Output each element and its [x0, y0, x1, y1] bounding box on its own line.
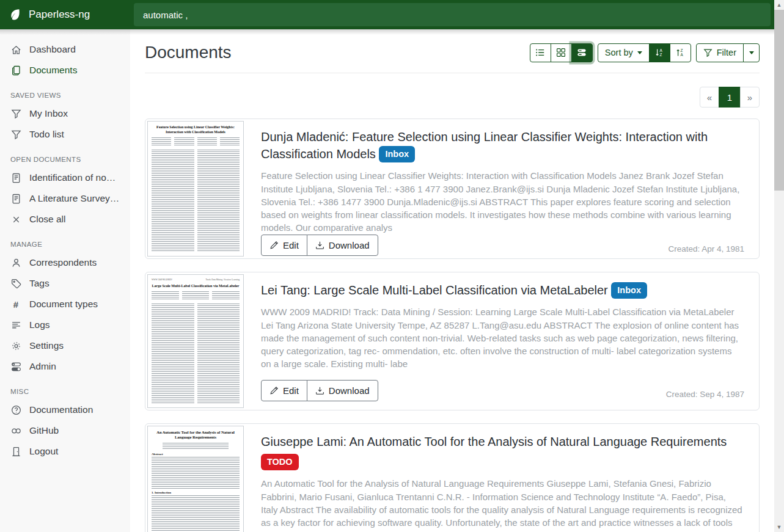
document-list: Feature Selection using Linear Classifie… — [145, 118, 760, 532]
thumb-intro-label: 1. Introduction — [152, 491, 240, 494]
view-toggle-group — [530, 43, 593, 62]
document-title[interactable]: Lei Tang: Large Scale Multi-Label Classi… — [261, 282, 744, 300]
filter-funnel-icon — [10, 108, 21, 119]
question-circle-icon — [10, 404, 21, 415]
text-lines-icon — [10, 319, 21, 330]
document-title[interactable]: Dunja Mladenić: Feature Selection using … — [261, 128, 744, 164]
sidebar-item-admin[interactable]: Admin — [0, 356, 130, 377]
pagination-page-1[interactable]: 1 — [719, 87, 741, 107]
pagination-next[interactable]: » — [740, 87, 760, 107]
sidebar-item-label: Todo list — [29, 129, 64, 140]
sidebar-item-label: Tags — [29, 278, 49, 289]
link-icon — [10, 425, 21, 436]
top-navbar — [130, 0, 774, 29]
sidebar-item-label: Close all — [29, 214, 65, 225]
document-thumbnail[interactable]: Feature Selection using Linear Classifie… — [145, 119, 246, 258]
svg-text:Z: Z — [660, 53, 662, 57]
sort-descending-button[interactable]: ZA — [670, 43, 691, 62]
page-title: Documents — [145, 43, 232, 62]
sidebar-item-label: Correspondents — [29, 257, 97, 268]
gear-icon — [10, 340, 21, 351]
document-card: An Automatic Tool for the Analysis of Na… — [145, 423, 760, 532]
filter-group: Filter — [696, 43, 760, 62]
sidebar-item-label: Document types — [29, 299, 98, 310]
thumb-title: Feature Selection using Linear Classifie… — [152, 125, 240, 135]
download-icon — [315, 386, 324, 395]
document-thumbnail[interactable]: WWW 2009 MADRID!Track: Data Mining / Ses… — [145, 272, 246, 410]
document-thumbnail[interactable]: An Automatic Tool for the Analysis of Na… — [145, 424, 246, 532]
sidebar-close-all[interactable]: Close all — [0, 209, 130, 230]
edit-button[interactable]: Edit — [261, 235, 307, 256]
sidebar-item-logout[interactable]: Logout — [0, 441, 130, 462]
sidebar-item-todo-list[interactable]: Todo list — [0, 124, 130, 145]
section-misc: MISC — [0, 377, 130, 399]
svg-text:A: A — [681, 53, 684, 57]
card-actions: Edit Download — [261, 235, 378, 256]
sidebar-item-label: Documents — [29, 65, 77, 76]
filter-button[interactable]: Filter — [696, 43, 744, 62]
app-brand[interactable]: Paperless-ng — [0, 0, 130, 29]
sidebar-nav: Dashboard Documents SAVED VIEWS My Inbox… — [0, 29, 130, 462]
sidebar-item-settings[interactable]: Settings — [0, 335, 130, 356]
documents-icon — [10, 65, 21, 76]
thumb-title: Large Scale Multi-Label Classification v… — [152, 284, 240, 289]
scrollbar-up-arrow[interactable]: ▲ — [774, 0, 784, 10]
thumb-abstract-label: Abstract — [152, 453, 240, 456]
pencil-icon — [269, 386, 279, 395]
view-details-button[interactable] — [571, 43, 593, 62]
scrollbar-thumb[interactable] — [774, 10, 784, 191]
door-icon — [10, 446, 21, 457]
sidebar-item-correspondents[interactable]: Correspondents — [0, 252, 130, 273]
sidebar-item-github[interactable]: GitHub — [0, 420, 130, 441]
sidebar-item-logs[interactable]: Logs — [0, 315, 130, 335]
filter-dropdown-toggle[interactable] — [743, 43, 760, 62]
sidebar-item-document-types[interactable]: # Document types — [0, 294, 130, 315]
sidebar-item-tags[interactable]: Tags — [0, 273, 130, 294]
thumb-title: An Automatic Tool for the Analysis of Na… — [152, 430, 240, 440]
tag-badge-todo[interactable]: TODO — [261, 454, 299, 470]
person-icon — [10, 257, 21, 268]
main-content: Documents Sort by AZ — [130, 29, 774, 532]
search-input[interactable] — [134, 3, 771, 26]
sidebar-item-label: Logout — [29, 446, 58, 457]
svg-text:A: A — [660, 48, 663, 53]
sidebar-item-my-inbox[interactable]: My Inbox — [0, 103, 130, 124]
filter-funnel-icon — [10, 129, 21, 140]
sidebar-item-label: My Inbox — [29, 108, 68, 119]
sort-by-dropdown[interactable]: Sort by — [598, 43, 650, 62]
section-open-documents: OPEN DOCUMENTS — [0, 145, 130, 167]
sidebar-item-label: Dashboard — [29, 44, 76, 55]
sidebar-open-doc-1[interactable]: Identification of non-fu... — [0, 167, 130, 188]
brand-label: Paperless-ng — [29, 9, 90, 21]
sidebar-item-label: GitHub — [29, 425, 59, 436]
view-list-button[interactable] — [530, 43, 551, 62]
hash-icon: # — [10, 299, 21, 310]
title-divider — [145, 73, 760, 73]
sidebar-item-documentation[interactable]: Documentation — [0, 399, 130, 420]
thumb-header-right: Track: Data Mining / Session: Learning — [205, 279, 240, 281]
scrollbar-down-arrow[interactable]: ▼ — [774, 522, 784, 532]
home-icon — [10, 44, 21, 55]
edit-button[interactable]: Edit — [261, 380, 307, 401]
sidebar-item-documents[interactable]: Documents — [0, 60, 130, 81]
document-title[interactable]: Giuseppe Lami: An Automatic Tool for the… — [261, 433, 744, 468]
thumb-header-left: WWW 2009 MADRID! — [152, 279, 172, 281]
download-button[interactable]: Download — [307, 380, 378, 401]
tag-badge-inbox[interactable]: Inbox — [611, 282, 647, 299]
vertical-scrollbar: ▲ ▼ — [774, 0, 784, 532]
sidebar-item-dashboard[interactable]: Dashboard — [0, 39, 130, 60]
pagination: « 1 » — [700, 87, 760, 107]
download-button[interactable]: Download — [307, 235, 378, 256]
leaf-logo-icon — [9, 8, 22, 21]
sort-group: Sort by AZ ZA — [598, 43, 691, 62]
sidebar-item-label: Logs — [29, 319, 50, 330]
pagination-prev[interactable]: « — [700, 87, 719, 107]
sidebar-item-label: Settings — [29, 340, 64, 351]
sidebar-item-label: A Literature Survey on ... — [29, 193, 120, 204]
view-grid-button[interactable] — [551, 43, 572, 62]
toolbar: Sort by AZ ZA Filter — [530, 43, 760, 62]
sidebar-open-doc-2[interactable]: A Literature Survey on ... — [0, 188, 130, 209]
tag-badge-inbox[interactable]: Inbox — [379, 146, 415, 162]
sort-ascending-button[interactable]: AZ — [649, 43, 670, 62]
file-text-icon — [10, 193, 21, 204]
